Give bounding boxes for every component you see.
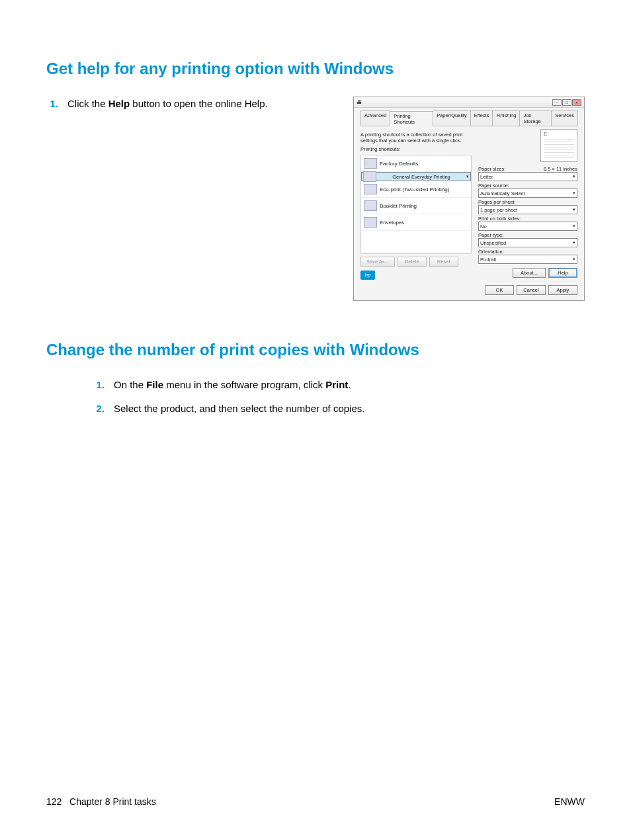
text-bold: Help [108, 98, 130, 109]
tab-services[interactable]: Services [551, 110, 578, 126]
close-button[interactable]: × [572, 99, 581, 106]
section1-heading: Get help for any printing option with Wi… [46, 60, 585, 78]
text-fragment: Click the [67, 98, 108, 109]
paper-sizes-select[interactable]: Letter [478, 172, 577, 181]
select-value: 1 page per sheet [480, 207, 517, 213]
section2-step2: 2. Select the product, and then select t… [93, 401, 585, 416]
tab-finishing[interactable]: Finishing [492, 110, 520, 126]
shortcut-label: Envelopes [380, 220, 404, 226]
tab-advanced[interactable]: Advanced [360, 110, 390, 126]
shortcut-item-envelopes[interactable]: Envelopes [361, 214, 471, 231]
page-footer: 122 Chapter 8 Print tasks ENWW [46, 796, 585, 807]
field-label: Paper source: [478, 183, 577, 189]
ok-button[interactable]: OK [485, 285, 514, 295]
text-fragment: menu in the software program, click [163, 379, 325, 390]
reset-button[interactable]: Reset [429, 257, 458, 267]
shortcut-icon [364, 200, 377, 211]
hp-logo-icon: hp [360, 271, 375, 280]
tab-strip: Advanced Printing Shortcuts Paper/Qualit… [360, 110, 577, 126]
minimize-button[interactable]: – [552, 99, 562, 106]
shortcut-item-booklet[interactable]: Booklet Printing [361, 198, 471, 214]
both-sides-select[interactable]: No [478, 222, 577, 231]
shortcut-item-ecoprint[interactable]: Eco-print (Two-sided Printing) [361, 181, 471, 198]
footer-right: ENWW [554, 796, 585, 807]
tab-printing-shortcuts[interactable]: Printing Shortcuts [390, 111, 433, 126]
shortcut-label: Factory Defaults [380, 161, 418, 167]
select-value: Automatically Select [480, 190, 525, 196]
step-number: 1. [93, 378, 105, 392]
shortcut-item-factory-defaults[interactable]: Factory Defaults [361, 155, 471, 172]
text-bold: Print [325, 379, 348, 390]
field-label: Paper sizes: [478, 166, 505, 172]
page-preview [540, 129, 577, 162]
field-label: Pages per sheet: [478, 199, 577, 205]
select-value: Unspecified [480, 240, 506, 246]
chapter-label: Chapter 8 Print tasks [69, 796, 156, 807]
step-text: Select the product, and then select the … [114, 401, 585, 416]
text-fragment: On the [114, 379, 146, 390]
section2-heading: Change the number of print copies with W… [46, 341, 585, 359]
print-dialog-screenshot: 🖶 – □ × Advanced Printing Shortcuts Pape… [353, 97, 585, 301]
tab-effects[interactable]: Effects [470, 110, 493, 126]
shortcut-item-everyday[interactable]: General Everyday Printing [361, 172, 471, 181]
select-value: No [480, 224, 487, 230]
dialog-titlebar: 🖶 – □ × [354, 97, 584, 108]
shortcut-label: General Everyday Printing [392, 174, 450, 180]
step-number: 1. [46, 97, 58, 111]
section1-step1: 1. Click the Help button to open the onl… [46, 97, 340, 111]
text-bold: File [146, 379, 163, 390]
field-label: Print on both sides: [478, 216, 577, 222]
shortcut-icon [364, 158, 377, 169]
select-value: Portrait [480, 257, 496, 263]
about-button[interactable]: About... [513, 268, 546, 278]
step-number: 2. [93, 401, 105, 416]
paper-type-select[interactable]: Unspecified [478, 238, 577, 247]
section2-step1: 1. On the File menu in the software prog… [93, 378, 585, 392]
select-value: Letter [480, 174, 493, 180]
shortcut-icon [363, 171, 376, 182]
shortcut-label: Eco-print (Two-sided Printing) [380, 187, 449, 192]
field-label: Paper type: [478, 232, 577, 238]
tab-paper-quality[interactable]: Paper/Quality [433, 110, 470, 126]
shortcut-icon [364, 217, 377, 228]
tab-job-storage[interactable]: Job Storage [519, 110, 552, 126]
help-button[interactable]: Help [548, 268, 577, 278]
page-number: 122 [46, 796, 62, 807]
apply-button[interactable]: Apply [548, 285, 577, 295]
maximize-button[interactable]: □ [562, 99, 571, 106]
cancel-button[interactable]: Cancel [517, 285, 546, 295]
field-dimension: 8.5 × 11 inches [544, 166, 577, 172]
save-as-button[interactable]: Save As... [360, 257, 395, 267]
step-text: On the File menu in the software program… [114, 378, 585, 392]
shortcut-description: A printing shortcut is a collection of s… [360, 132, 472, 144]
paper-source-select[interactable]: Automatically Select [478, 189, 577, 198]
shortcut-label: Booklet Printing [380, 203, 417, 209]
shortcuts-list-label: Printing shortcuts: [360, 146, 472, 152]
text-fragment: button to open the online Help. [130, 98, 268, 109]
shortcut-icon [364, 184, 377, 194]
text-fragment: . [348, 379, 351, 390]
shortcuts-list[interactable]: Factory Defaults General Everyday Printi… [360, 155, 472, 254]
pages-per-sheet-select[interactable]: 1 page per sheet [478, 205, 577, 214]
printer-icon: 🖶 [357, 99, 362, 105]
field-label: Orientation: [478, 249, 577, 255]
step-text: Click the Help button to open the online… [67, 97, 340, 111]
delete-button[interactable]: Delete [398, 257, 427, 267]
orientation-select[interactable]: Portrait [478, 255, 577, 264]
